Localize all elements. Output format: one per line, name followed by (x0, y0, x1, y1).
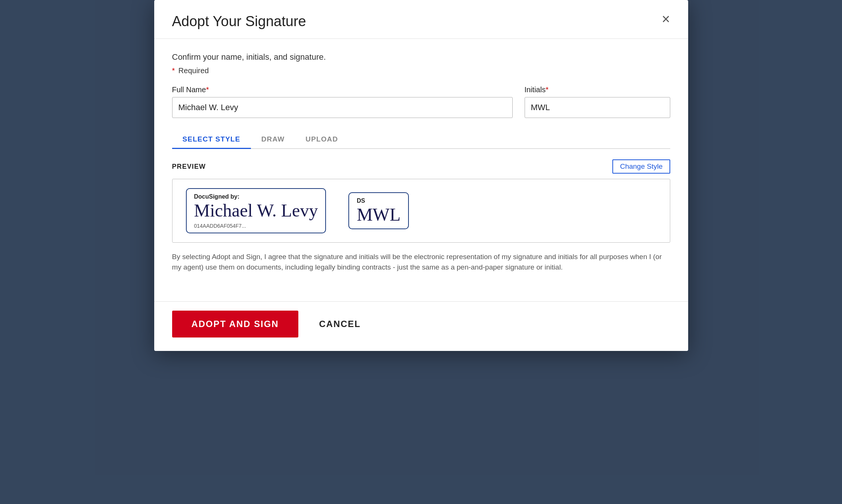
modal-body: Confirm your name, initials, and signatu… (154, 39, 688, 301)
tabs-row: SELECT STYLE DRAW UPLOAD (172, 130, 670, 149)
modal-header: Adopt Your Signature × (154, 0, 688, 39)
initials-group: Initials* (525, 85, 670, 118)
full-name-group: Full Name* (172, 85, 513, 118)
signature-name: Michael W. Levy (194, 201, 318, 221)
full-name-label: Full Name* (172, 85, 513, 94)
adopt-and-sign-button[interactable]: ADOPT AND SIGN (172, 311, 298, 337)
preview-header: PREVIEW Change Style (172, 159, 670, 174)
modal-footer: ADOPT AND SIGN CANCEL (154, 301, 688, 351)
initials-label: Initials* (525, 85, 670, 94)
ds-label: DS (357, 197, 400, 204)
initials-required-star: * (546, 85, 549, 94)
preview-section: PREVIEW Change Style DocuSigned by: Mich… (172, 159, 670, 243)
subtitle-text: Confirm your name, initials, and signatu… (172, 52, 670, 62)
signature-preview: DocuSigned by: Michael W. Levy 014AADD6A… (186, 188, 326, 233)
legal-text: By selecting Adopt and Sign, I agree tha… (172, 252, 670, 273)
tab-select-style[interactable]: SELECT STYLE (172, 130, 251, 149)
initials-input[interactable] (525, 97, 670, 118)
full-name-required-star: * (206, 85, 209, 94)
tab-upload[interactable]: UPLOAD (295, 130, 348, 149)
required-note: * Required (172, 66, 670, 75)
cancel-button[interactable]: CANCEL (307, 311, 373, 337)
modal-title: Adopt Your Signature (172, 13, 306, 29)
tab-draw[interactable]: DRAW (251, 130, 295, 149)
preview-box: DocuSigned by: Michael W. Levy 014AADD6A… (172, 179, 670, 243)
required-star-icon: * (172, 66, 175, 75)
change-style-button[interactable]: Change Style (612, 159, 670, 174)
preview-label: PREVIEW (172, 163, 206, 171)
initials-preview: DS MWL (348, 192, 408, 229)
form-row: Full Name* Initials* (172, 85, 670, 118)
full-name-input[interactable] (172, 97, 513, 118)
adopt-signature-modal: Adopt Your Signature × Confirm your name… (154, 0, 688, 351)
required-label: Required (178, 66, 209, 75)
initials-signature: MWL (357, 205, 400, 225)
close-button[interactable]: × (662, 12, 670, 26)
signature-hash: 014AADD6AF054F7... (194, 223, 318, 229)
docusigned-label: DocuSigned by: (194, 193, 318, 200)
